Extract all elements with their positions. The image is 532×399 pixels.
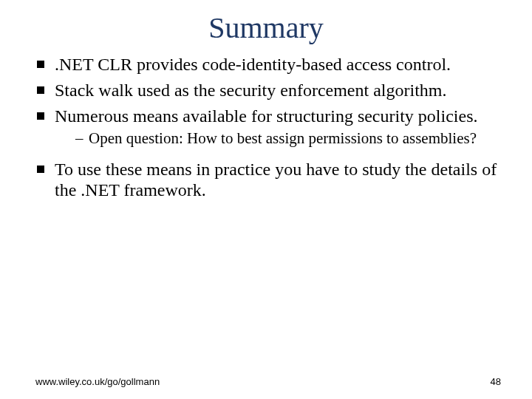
footer-url: www.wiley.co.uk/go/gollmann [35,376,160,387]
bullet-item: To use these means in practice you have … [35,159,501,206]
slide-title: Summary [0,0,532,54]
bullet-item: Numerous means available for structuring… [35,106,501,159]
bullet-list: .NET CLR provides code-identity-based ac… [35,54,501,205]
slide-body: .NET CLR provides code-identity-based ac… [0,54,532,205]
bullet-item: Stack walk used as the security enforcem… [35,80,501,106]
page-number: 48 [491,376,501,387]
bullet-text: Numerous means available for structuring… [55,106,478,126]
sub-bullet-item: Open question: How to best assign permis… [75,129,501,151]
bullet-item: .NET CLR provides code-identity-based ac… [35,54,501,80]
sub-bullet-list: Open question: How to best assign permis… [55,129,501,151]
slide: Summary .NET CLR provides code-identity-… [0,0,532,399]
footer: www.wiley.co.uk/go/gollmann 48 [0,376,532,387]
